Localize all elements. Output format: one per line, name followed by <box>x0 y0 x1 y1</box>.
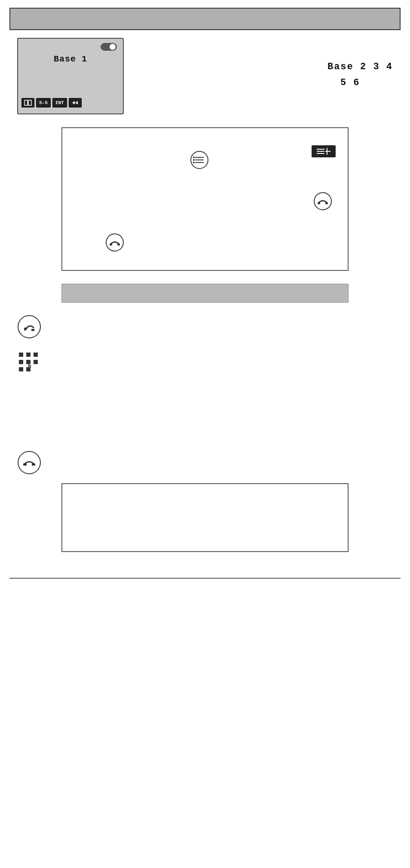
toggle-switch[interactable] <box>101 43 117 51</box>
arrow-button[interactable] <box>69 98 82 107</box>
device-area: Base 1 S-S INT <box>17 38 393 114</box>
svg-rect-34 <box>32 463 35 466</box>
svg-rect-33 <box>23 463 27 466</box>
phone-buttons: S-S INT <box>21 98 82 107</box>
phone-call-icon[interactable] <box>17 315 41 339</box>
bottom-separator <box>9 578 401 579</box>
svg-rect-24 <box>19 353 23 357</box>
device-label: Base 1 <box>18 54 123 64</box>
svg-rect-25 <box>26 353 31 357</box>
hangup-bottom-icon[interactable] <box>17 451 41 475</box>
svg-rect-0 <box>24 100 28 105</box>
svg-rect-30 <box>19 367 23 371</box>
middle-box <box>61 127 349 271</box>
svg-rect-17 <box>325 202 328 204</box>
svg-rect-23 <box>31 329 34 331</box>
bottom-box <box>61 483 349 552</box>
icon-row <box>17 310 393 475</box>
right-labels: Base 2 3 4 5 6 <box>327 61 393 88</box>
base-234-label: Base 2 3 4 <box>327 61 393 72</box>
phone-device: Base 1 S-S INT <box>17 38 124 114</box>
gray-bar <box>61 284 349 303</box>
svg-point-9 <box>193 162 195 163</box>
middle-box-inner <box>62 128 348 270</box>
ss-button[interactable]: S-S <box>36 98 51 107</box>
svg-rect-16 <box>318 202 320 204</box>
svg-rect-20 <box>117 244 120 245</box>
svg-rect-1 <box>28 100 31 105</box>
hangup-icon-upper-right[interactable] <box>313 192 332 211</box>
svg-rect-27 <box>19 360 23 364</box>
svg-rect-28 <box>26 360 31 364</box>
svg-rect-31 <box>26 367 31 371</box>
top-bar <box>9 8 401 30</box>
list-circle-icon[interactable] <box>190 150 209 169</box>
svg-rect-22 <box>24 328 27 330</box>
keypad-icon[interactable] <box>17 351 40 373</box>
svg-rect-26 <box>34 353 38 357</box>
svg-point-8 <box>193 159 195 161</box>
int-button[interactable]: INT <box>52 98 67 107</box>
hangup-icon-lower-left[interactable] <box>105 233 124 252</box>
svg-rect-29 <box>34 360 38 364</box>
base-56-label: 5 6 <box>340 77 393 88</box>
toggle-knob <box>110 44 116 50</box>
list-plus-button[interactable] <box>312 145 336 157</box>
svg-point-32 <box>18 451 40 474</box>
svg-point-7 <box>193 156 195 158</box>
book-button[interactable] <box>21 98 34 107</box>
svg-rect-19 <box>110 244 112 245</box>
